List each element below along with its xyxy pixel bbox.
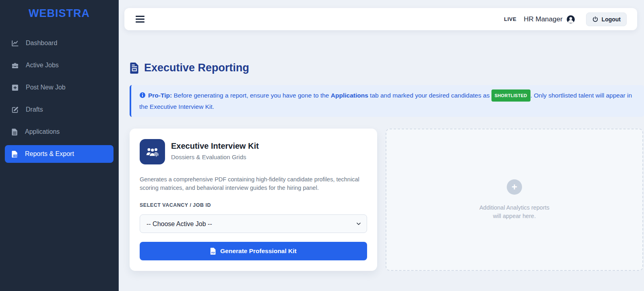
app-root: WEBISTRA Dashboard Active Jobs — [0, 0, 644, 291]
sidebar-item-label: Drafts — [26, 106, 43, 113]
file-lines-icon — [11, 128, 18, 136]
sidebar-item-active-jobs[interactable]: Active Jobs — [5, 56, 114, 74]
live-status-badge: LIVE — [504, 16, 516, 22]
plus-icon: + — [507, 179, 522, 195]
sidebar-item-label: Post New Job — [26, 84, 66, 91]
chart-line-icon — [11, 39, 19, 47]
pen-square-icon — [11, 106, 19, 114]
sidebar-item-label: Dashboard — [26, 39, 57, 47]
protip-text-2: tab and marked your desired candidates a… — [368, 92, 491, 99]
file-invoice-icon — [130, 62, 139, 74]
protip-text-1: Before generating a report, ensure you h… — [172, 92, 331, 99]
kit-card-header: Executive Interview Kit Dossiers & Evalu… — [140, 139, 367, 164]
page-title: Executive Reporting — [144, 62, 249, 74]
kit-card-description: Generates a comprehensive PDF containing… — [140, 175, 367, 192]
logout-label: Logout — [602, 16, 621, 23]
svg-text:CSV: CSV — [13, 155, 18, 157]
protip-bold-applications: Applications — [331, 92, 368, 99]
users-gear-tile — [140, 139, 165, 164]
page-title-row: Executive Reporting — [130, 62, 644, 74]
placeholder-text: Additional Analytics reports will appear… — [479, 204, 549, 220]
protip-alert: Pro-Tip: Before generating a report, ens… — [130, 85, 644, 117]
kit-card-subtitle: Dossiers & Evaluation Grids — [171, 154, 259, 160]
generate-kit-label: Generate Professional Kit — [220, 247, 297, 255]
users-gear-icon — [145, 146, 160, 158]
placeholder-line-1: Additional Analytics reports — [479, 204, 549, 212]
protip-label: Pro-Tip: — [148, 92, 172, 99]
file-pdf-icon: PDF — [210, 247, 216, 255]
main-area: LIVE HR Manager — [119, 0, 644, 291]
menu-toggle-button[interactable] — [135, 14, 145, 24]
analytics-placeholder-panel[interactable]: + Additional Analytics reports will appe… — [386, 129, 643, 271]
sidebar-item-dashboard[interactable]: Dashboard — [5, 34, 114, 52]
sidebar-item-label: Reports & Export — [25, 150, 74, 158]
info-circle-icon — [139, 92, 146, 98]
sidebar-item-post-new-job[interactable]: Post New Job — [5, 79, 114, 96]
file-csv-icon: CSV — [11, 150, 18, 158]
job-select[interactable]: -- Choose Active Job -- — [140, 214, 367, 233]
topbar: LIVE HR Manager — [124, 8, 637, 30]
kit-card-titles: Executive Interview Kit Dossiers & Evalu… — [171, 139, 259, 160]
sidebar-item-reports-export[interactable]: CSV Reports & Export — [5, 145, 114, 163]
sidebar: WEBISTRA Dashboard Active Jobs — [0, 0, 119, 291]
sidebar-item-applications[interactable]: Applications — [5, 123, 114, 141]
briefcase-icon — [11, 62, 19, 69]
sidebar-item-drafts[interactable]: Drafts — [5, 101, 114, 118]
user-circle-icon — [566, 15, 576, 24]
job-select-label: SELECT VACANCY / JOB ID — [140, 202, 367, 208]
power-icon — [592, 16, 599, 23]
sidebar-nav: Dashboard Active Jobs Post New Job — [0, 34, 118, 163]
plus-square-icon — [11, 84, 19, 91]
user-name: HR Manager — [524, 15, 562, 23]
page-content: Executive Reporting Pro-Tip: Before gene… — [119, 30, 644, 271]
topbar-right: LIVE HR Manager — [504, 12, 627, 26]
sidebar-item-label: Active Jobs — [26, 62, 59, 69]
brand-logo: WEBISTRA — [0, 7, 118, 20]
placeholder-line-2: will appear here. — [479, 212, 549, 220]
user-chip[interactable]: HR Manager — [524, 15, 575, 24]
kit-card-title: Executive Interview Kit — [171, 141, 259, 151]
job-select-wrap: -- Choose Active Job -- — [140, 214, 367, 233]
reports-row: Executive Interview Kit Dossiers & Evalu… — [130, 129, 644, 271]
sidebar-item-label: Applications — [25, 128, 60, 135]
logout-button[interactable]: Logout — [586, 12, 627, 26]
executive-interview-kit-card: Executive Interview Kit Dossiers & Evalu… — [130, 129, 377, 271]
generate-kit-button[interactable]: PDF Generate Professional Kit — [140, 242, 367, 260]
shortlisted-badge: SHORTLISTED — [491, 89, 530, 102]
svg-text:PDF: PDF — [211, 252, 215, 254]
